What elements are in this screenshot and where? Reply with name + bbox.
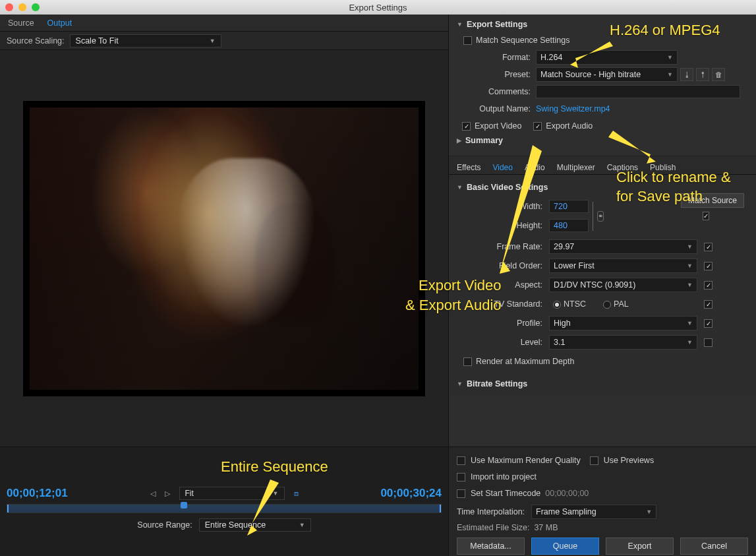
source-scaling-value: Scale To Fit	[76, 36, 119, 46]
annotation-arrow-icon	[488, 142, 547, 280]
save-preset-icon[interactable]: ⭳	[680, 68, 693, 81]
start-tc-value[interactable]: 00;00;00;00	[545, 489, 589, 498]
cancel-button[interactable]: Cancel	[680, 538, 748, 555]
metadata-button[interactable]: Metadata...	[457, 538, 525, 555]
level-label: Level:	[457, 338, 549, 347]
ntsc-radio[interactable]	[553, 301, 561, 309]
match-sequence-label: Match Sequence Settings	[476, 36, 569, 45]
preview-tabs: Source Output	[0, 15, 448, 32]
aspect-correction-icon[interactable]: ⧈	[294, 489, 299, 498]
window-title: Export Settings	[0, 3, 756, 13]
est-size-value: 37 MB	[534, 523, 558, 532]
annotation-export-av: Export Video& Export Audio	[405, 276, 502, 315]
aspect-dropdown[interactable]: D1/DV NTSC (0.9091)▼	[549, 278, 697, 292]
queue-button[interactable]: Queue	[531, 538, 599, 555]
in-out-range[interactable]	[7, 505, 441, 512]
chevron-down-icon: ▼	[646, 509, 652, 515]
est-size-label: Estimated File Size:	[457, 523, 529, 532]
annotation-sequence: Entire Sequence	[221, 458, 328, 476]
preview-pane: Source Output Source Scaling: Scale To F…	[0, 15, 448, 447]
svg-marker-3	[247, 479, 279, 536]
bitrate-settings-header[interactable]: ▼ Bitrate Settings	[457, 379, 748, 388]
pal-radio[interactable]	[603, 301, 611, 309]
tab-multiplexer[interactable]: Multiplexer	[557, 163, 595, 172]
chevron-down-icon: ▼	[687, 263, 693, 269]
chevron-down-icon: ▼	[687, 320, 693, 326]
time-interp-label: Time Interpolation:	[457, 507, 525, 516]
chevron-down-icon: ▼	[667, 71, 673, 78]
profile-dropdown[interactable]: High▼	[549, 316, 697, 330]
set-start-tc-checkbox[interactable]	[457, 489, 465, 498]
playhead-icon[interactable]	[181, 502, 187, 509]
profile-match-checkbox[interactable]	[704, 319, 712, 328]
match-sequence-checkbox[interactable]	[463, 36, 472, 45]
disclosure-down-icon: ▼	[457, 184, 463, 191]
svg-marker-1	[608, 131, 656, 164]
disclosure-down-icon: ▼	[457, 381, 463, 387]
preview-image	[30, 108, 419, 390]
export-button[interactable]: Export	[606, 538, 674, 555]
window-titlebar: Export Settings	[0, 0, 756, 15]
render-max-depth-label: Render at Maximum Depth	[476, 357, 574, 366]
preview-area	[0, 50, 448, 447]
preset-label: Preset:	[457, 70, 536, 79]
source-scaling-label: Source Scaling:	[7, 36, 65, 46]
disclosure-right-icon: ▶	[457, 137, 461, 144]
export-audio-label: Export Audio	[546, 121, 593, 131]
format-label: Format:	[457, 53, 536, 62]
duration-timecode: 00;00;30;24	[380, 487, 442, 500]
comments-input[interactable]	[536, 85, 740, 98]
use-previews-checkbox[interactable]	[590, 456, 598, 465]
next-mark-icon[interactable]: ▷	[165, 489, 170, 498]
level-dropdown[interactable]: 3.1▼	[549, 335, 697, 350]
field-order-match-checkbox[interactable]	[704, 262, 712, 270]
output-name-link[interactable]: Swing Sweitzer.mp4	[536, 104, 610, 113]
aspect-match-checkbox[interactable]	[704, 281, 712, 290]
chevron-down-icon: ▼	[687, 243, 693, 250]
annotation-format: H.264 or MPEG4	[610, 22, 720, 39]
link-dimensions-icon[interactable]: ⚭	[597, 211, 604, 222]
export-video-label: Export Video	[475, 121, 521, 131]
annotation-arrow-icon	[603, 125, 662, 171]
disclosure-down-icon: ▼	[457, 21, 463, 28]
chevron-down-icon: ▼	[667, 54, 673, 61]
prev-mark-icon[interactable]: ◁	[150, 489, 156, 498]
chevron-down-icon: ▼	[687, 339, 693, 346]
tab-effects[interactable]: Effects	[457, 163, 480, 172]
tab-output[interactable]: Output	[47, 18, 73, 28]
time-interp-dropdown[interactable]: Frame Sampling▼	[531, 505, 656, 519]
frame-rate-match-checkbox[interactable]	[704, 243, 712, 251]
render-max-depth-checkbox[interactable]	[463, 357, 472, 366]
annotation-arrow-icon	[564, 38, 616, 71]
import-into-project-checkbox[interactable]	[457, 473, 465, 481]
svg-marker-2	[500, 145, 542, 274]
annotation-arrow-icon	[241, 476, 287, 542]
profile-label: Profile:	[457, 319, 549, 328]
export-video-checkbox[interactable]	[462, 122, 471, 131]
source-scaling-dropdown[interactable]: Scale To Fit ▼	[70, 34, 221, 47]
output-name-label: Output Name:	[457, 104, 536, 113]
timeline-scrubber[interactable]	[7, 504, 442, 513]
current-timecode[interactable]: 00;00;12;01	[7, 487, 68, 500]
svg-marker-0	[570, 42, 613, 68]
height-input[interactable]: 480	[549, 219, 589, 232]
max-render-quality-checkbox[interactable]	[457, 456, 465, 465]
chevron-down-icon: ▼	[687, 282, 693, 288]
import-preset-icon[interactable]: ⭱	[696, 68, 709, 81]
tab-source[interactable]: Source	[8, 18, 34, 28]
tv-std-match-checkbox[interactable]	[704, 300, 712, 309]
delete-preset-icon[interactable]: 🗑	[712, 68, 725, 81]
width-input[interactable]: 720	[549, 200, 589, 213]
chevron-down-icon: ▼	[210, 38, 216, 44]
link-bracket-icon	[593, 202, 593, 231]
source-scaling-row: Source Scaling: Scale To Fit ▼	[0, 32, 448, 50]
chevron-down-icon: ▼	[299, 522, 305, 528]
level-match-checkbox[interactable]	[704, 338, 712, 347]
dims-match-checkbox[interactable]	[703, 212, 709, 220]
annotation-rename: Click to rename &for Save path	[616, 168, 731, 206]
comments-label: Comments:	[457, 87, 536, 96]
frame-rate-dropdown[interactable]: 29.97▼	[549, 239, 697, 254]
export-audio-checkbox[interactable]	[533, 122, 542, 131]
field-order-dropdown[interactable]: Lower First▼	[549, 259, 697, 273]
export-options-panel: Use Maximum Render Quality Use Previews …	[448, 447, 756, 556]
